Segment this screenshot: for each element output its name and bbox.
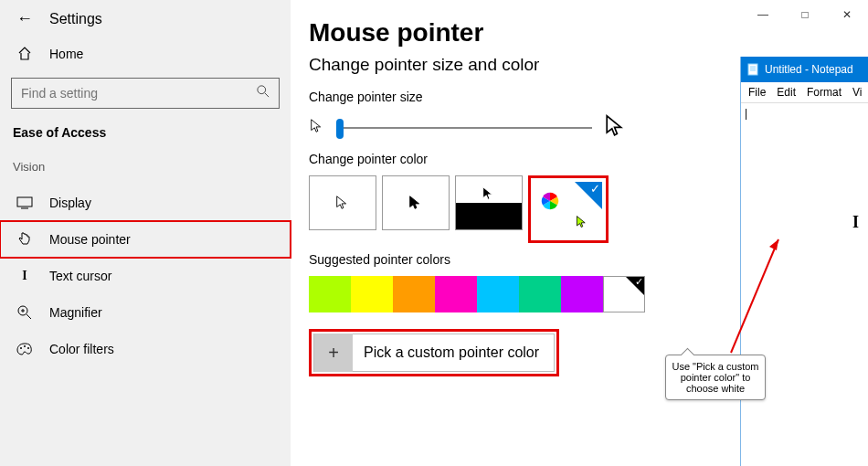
page-title: Mouse pointer [309,18,711,48]
slider-thumb[interactable] [336,119,344,139]
pointer-style-custom[interactable]: ✓ [535,182,602,237]
display-icon [16,196,33,209]
pointer-color-label: Change pointer color [309,152,711,166]
back-arrow-icon[interactable]: ← [16,9,33,28]
color-swatch[interactable] [351,276,393,312]
sidebar-item-display[interactable]: Display [0,185,291,221]
pointer-style-black[interactable] [382,175,450,230]
pointer-style-white[interactable] [309,175,376,230]
text-cursor-icon: I [16,269,33,283]
notepad-icon [746,63,759,76]
color-swatch[interactable] [435,276,477,312]
notepad-menu-item[interactable]: File [748,86,766,99]
search-icon [257,85,270,101]
svg-line-7 [26,314,31,319]
svg-line-16 [731,239,778,353]
notepad-menu: FileEditFormatVi [741,82,868,103]
color-swatch[interactable]: ✓ [603,276,645,312]
annotation-arrow [713,234,786,362]
sidebar-home[interactable]: Home [0,36,291,72]
pointer-style-custom-selected: ✓ [528,175,609,243]
home-label: Home [49,47,83,61]
sidebar-item-text-cursor[interactable]: I Text cursor [0,258,291,294]
sidebar-item-label: Magnifier [49,305,102,320]
ibeam-cursor-icon: I [852,213,859,232]
sidebar-item-color-filters[interactable]: Color filters [0,331,291,367]
pick-custom-color-button[interactable]: + Pick a custom pointer color [313,334,555,372]
notepad-menu-item[interactable]: Vi [852,86,862,99]
section-head: Ease of Access [0,125,291,160]
color-swatch[interactable] [519,276,561,312]
sidebar-item-label: Text cursor [49,269,111,283]
notepad-titlebar[interactable]: Untitled - Notepad [741,57,868,82]
page-subtitle: Change pointer size and color [309,55,711,75]
main-content: Mouse pointer Change pointer size and co… [309,18,711,376]
svg-line-1 [265,93,269,97]
maximize-button[interactable]: □ [784,0,826,29]
sidebar-item-mouse-pointer[interactable]: Mouse pointer [0,221,291,258]
pointer-style-inverted[interactable] [455,175,523,230]
svg-marker-17 [769,239,778,250]
settings-sidebar: ← Settings Home Ease of Access Vision Di… [0,0,291,466]
custom-color-highlight: + Pick a custom pointer color [309,329,559,376]
search-input[interactable] [21,86,220,101]
notepad-title: Untitled - Notepad [765,63,853,76]
plus-icon: + [314,334,353,372]
svg-rect-12 [748,64,757,75]
search-input-wrap[interactable] [11,78,280,109]
svg-rect-2 [17,197,32,207]
sidebar-item-label: Display [49,196,91,210]
caret: | [745,107,747,120]
home-icon [16,47,33,61]
color-swatch[interactable] [393,276,435,312]
color-swatch[interactable] [477,276,519,312]
color-swatch[interactable] [309,276,351,312]
close-button[interactable]: ✕ [826,0,868,29]
pointer-hand-icon [16,232,33,247]
annotation-callout: Use "Pick a custom pointer color" to cho… [665,355,766,400]
suggested-colors-label: Suggested pointer colors [309,252,711,267]
magnifier-icon [16,305,33,320]
notepad-menu-item[interactable]: Format [807,86,842,99]
svg-point-9 [24,345,26,347]
sidebar-item-magnifier[interactable]: Magnifier [0,294,291,331]
cursor-icon [575,215,589,229]
suggested-colors-row: ✓ [309,276,711,312]
small-cursor-icon [309,118,325,138]
svg-point-8 [20,347,22,349]
pointer-size-slider[interactable] [336,127,592,129]
notepad-menu-item[interactable]: Edit [777,86,796,99]
app-title: Settings [49,11,102,27]
color-wheel-icon [540,191,560,211]
section-group-label: Vision [0,160,291,185]
palette-icon [16,343,33,355]
color-swatch[interactable] [561,276,603,312]
pointer-size-label: Change pointer size [309,90,711,104]
large-cursor-icon [603,113,629,143]
svg-point-0 [258,86,266,94]
sidebar-item-label: Mouse pointer [49,232,131,247]
sidebar-item-label: Color filters [49,342,114,356]
custom-color-label: Pick a custom pointer color [364,344,539,361]
minimize-button[interactable]: ― [742,0,784,29]
check-icon: ✓ [590,182,600,196]
svg-point-10 [27,347,29,349]
